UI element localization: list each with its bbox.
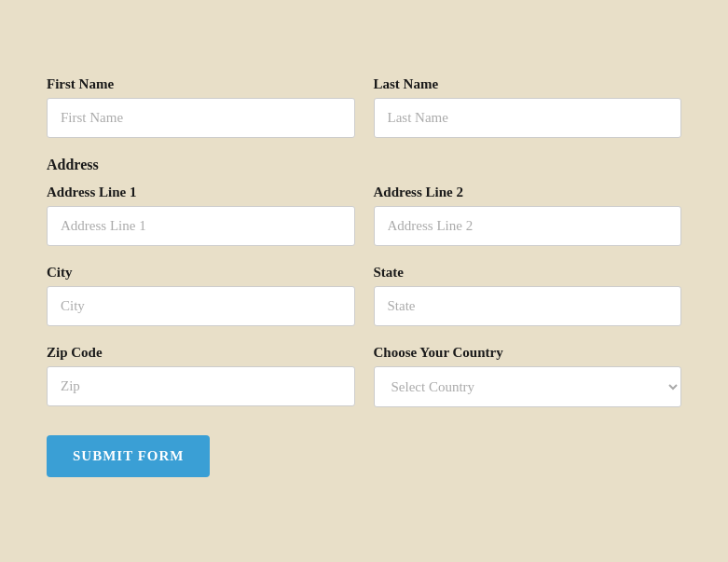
zip-country-row: Zip Code Choose Your Country Select Coun… [47, 345, 681, 407]
state-label: State [374, 265, 682, 281]
state-input[interactable] [374, 286, 682, 326]
address-line2-label: Address Line 2 [374, 185, 682, 200]
zip-input[interactable] [47, 366, 355, 406]
city-state-row: City State [47, 265, 681, 326]
first-name-input[interactable] [47, 98, 355, 138]
address-line1-group: Address Line 1 [47, 185, 355, 246]
zip-label: Zip Code [47, 345, 355, 361]
city-group: City [47, 265, 355, 326]
state-group: State [374, 265, 682, 326]
city-label: City [47, 265, 355, 281]
address-section-title: Address [47, 157, 681, 173]
address-line2-group: Address Line 2 [374, 185, 682, 246]
first-name-label: First Name [47, 76, 355, 92]
last-name-group: Last Name [374, 76, 682, 138]
address-line1-label: Address Line 1 [47, 185, 355, 200]
zip-group: Zip Code [47, 345, 355, 407]
address-lines-row: Address Line 1 Address Line 2 [47, 185, 681, 246]
first-name-group: First Name [47, 76, 355, 138]
address-line1-input[interactable] [47, 206, 355, 246]
form-container: First Name Last Name Address Address Lin… [19, 48, 709, 514]
city-input[interactable] [47, 286, 355, 326]
address-line2-input[interactable] [374, 206, 682, 246]
last-name-label: Last Name [374, 76, 682, 92]
address-section: Address Address Line 1 Address Line 2 Ci… [47, 157, 681, 407]
submit-button[interactable]: SUBMIT FORM [47, 435, 210, 477]
country-select[interactable]: Select Country United States Canada Unit… [374, 366, 682, 407]
name-row: First Name Last Name [47, 76, 681, 138]
last-name-input[interactable] [374, 98, 682, 138]
country-label: Choose Your Country [374, 345, 682, 361]
country-group: Choose Your Country Select Country Unite… [374, 345, 682, 407]
